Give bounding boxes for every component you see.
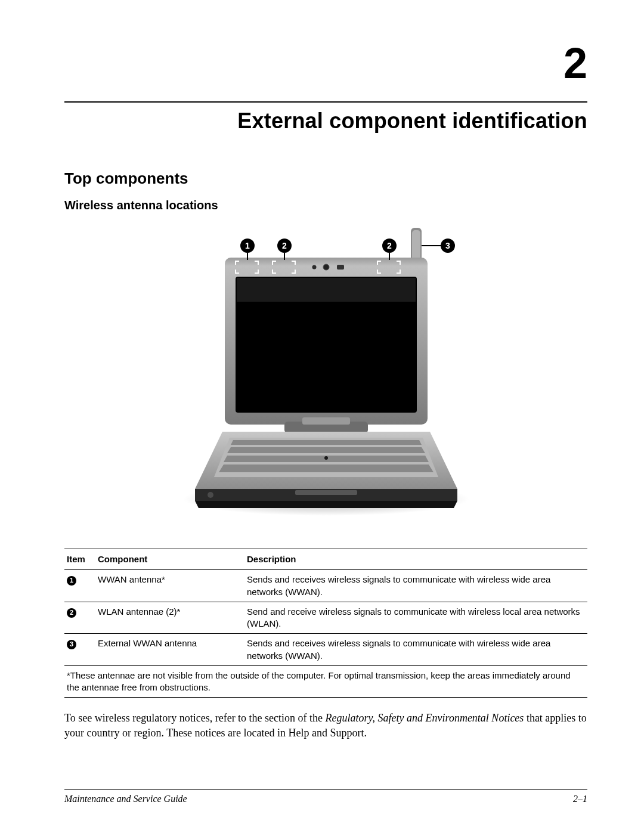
subsection-title: Wireless antenna locations	[64, 199, 587, 212]
table-row: 2 WLAN antennae (2)* Send and receive wi…	[64, 602, 587, 634]
para-italic: Regulatory, Safety and Environmental Not…	[326, 712, 524, 724]
callout-label-2a: 2	[282, 241, 287, 250]
row-description: Send and receive wireless signals to com…	[244, 602, 587, 634]
table-row: 1 WWAN antenna* Sends and receives wirel…	[64, 570, 587, 602]
svg-rect-10	[302, 417, 350, 425]
svg-marker-13	[195, 501, 457, 508]
header-description: Description	[244, 549, 587, 570]
svg-point-7	[323, 264, 329, 270]
row-component: WWAN antenna*	[95, 570, 244, 602]
header-component: Component	[95, 549, 244, 570]
header-item: Item	[64, 549, 95, 570]
figure-laptop-antenna: 1 2 2 3	[64, 228, 587, 526]
svg-rect-8	[337, 265, 344, 270]
svg-point-19	[324, 456, 328, 460]
svg-marker-15	[231, 440, 422, 445]
svg-point-21	[208, 492, 213, 498]
chapter-rule	[64, 101, 587, 103]
row-bullet-icon: 3	[67, 640, 76, 649]
svg-rect-5	[237, 278, 416, 302]
row-component: WLAN antennae (2)*	[95, 602, 244, 634]
table-footnote: *These antennae are not visible from the…	[64, 665, 587, 698]
laptop-illustration: 1 2 2 3	[159, 228, 493, 526]
callout-label-2b: 2	[387, 241, 392, 250]
footer-left: Maintenance and Service Guide	[64, 794, 187, 804]
row-bullet-icon: 1	[67, 576, 76, 586]
svg-marker-18	[219, 465, 434, 472]
row-description: Sends and receives wireless signals to c…	[244, 634, 587, 666]
body-paragraph: To see wireless regulatory notices, refe…	[64, 711, 587, 740]
callout-label-3: 3	[445, 241, 450, 250]
table-footnote-row: *These antennae are not visible from the…	[64, 665, 587, 698]
footer-rule	[64, 789, 587, 790]
row-bullet-icon: 2	[67, 608, 76, 618]
svg-point-6	[312, 265, 316, 270]
row-component: External WWAN antenna	[95, 634, 244, 666]
svg-rect-20	[295, 490, 357, 495]
svg-marker-16	[227, 447, 425, 453]
callout-label-1: 1	[245, 241, 250, 250]
chapter-number: 2	[64, 42, 587, 85]
component-table: Item Component Description 1 WWAN antenn…	[64, 549, 587, 698]
page-footer: Maintenance and Service Guide 2–1	[64, 789, 587, 804]
section-title: Top components	[64, 169, 587, 188]
table-header-row: Item Component Description	[64, 549, 587, 570]
para-pre: To see wireless regulatory notices, refe…	[64, 712, 326, 724]
footer-right: 2–1	[573, 794, 587, 804]
row-description: Sends and receives wireless signals to c…	[244, 570, 587, 602]
table-row: 3 External WWAN antenna Sends and receiv…	[64, 634, 587, 666]
chapter-title: External component identification	[64, 109, 587, 134]
